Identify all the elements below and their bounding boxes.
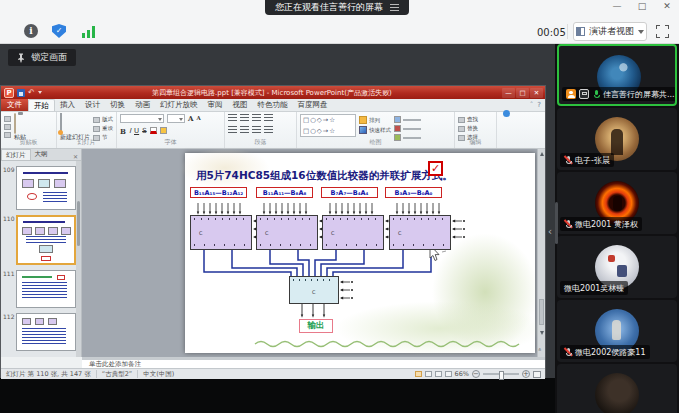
reset-button[interactable]: 重设 bbox=[93, 125, 113, 132]
italic-icon[interactable]: I bbox=[129, 127, 131, 136]
tab-slideshow[interactable]: 幻灯片放映 bbox=[155, 99, 203, 111]
tab-baidu-netdisk[interactable]: 百度网盘 bbox=[293, 99, 333, 111]
arrange-button[interactable]: 排列 bbox=[359, 116, 391, 124]
collapse-sidebar-handle[interactable] bbox=[545, 216, 555, 246]
thumbnail-preview-112[interactable] bbox=[16, 313, 76, 351]
strikethrough-icon[interactable]: S bbox=[142, 127, 146, 136]
numbering-icon[interactable] bbox=[240, 114, 249, 122]
shrink-font-icon[interactable]: A bbox=[196, 114, 200, 123]
security-shield-icon[interactable] bbox=[52, 24, 66, 38]
comparator-chip-4: C bbox=[389, 215, 451, 250]
font-color-icon[interactable] bbox=[150, 127, 157, 134]
shared-screen-region: 锁定画面 第四章组合逻辑电路.ppt [兼容模式] - Microsoft Po… bbox=[0, 44, 555, 413]
cut-icon[interactable] bbox=[4, 116, 11, 122]
thumbnail-preview-110[interactable] bbox=[16, 215, 76, 265]
participant-tile[interactable] bbox=[557, 364, 677, 413]
tab-transitions[interactable]: 切换 bbox=[105, 99, 130, 111]
close-button[interactable] bbox=[661, 1, 673, 11]
tab-outline[interactable]: 大纲 bbox=[31, 149, 52, 160]
paste-button[interactable]: 粘贴 bbox=[14, 114, 26, 140]
participant-tile[interactable]: 微电2001吴林臻 bbox=[557, 236, 677, 298]
shapes-gallery[interactable]: □○◇→☆□○◇→☆ bbox=[300, 114, 356, 137]
grow-font-icon[interactable]: A bbox=[188, 114, 193, 124]
comparator-chip-2: C bbox=[256, 215, 318, 250]
ppt-close-button[interactable] bbox=[530, 88, 543, 98]
fullscreen-button[interactable] bbox=[656, 25, 669, 38]
tab-design[interactable]: 设计 bbox=[80, 99, 105, 111]
quick-styles-button[interactable]: 快速样式 bbox=[359, 126, 391, 134]
copy-icon[interactable] bbox=[4, 124, 11, 130]
sidebar-scrollbar[interactable] bbox=[555, 202, 558, 244]
tab-insert[interactable]: 插入 bbox=[55, 99, 80, 111]
align-center-icon[interactable] bbox=[240, 126, 249, 134]
align-right-icon[interactable] bbox=[252, 126, 261, 134]
ppt-minimize-button[interactable] bbox=[502, 88, 515, 98]
new-slide-button[interactable]: 新建幻灯片 bbox=[60, 114, 90, 140]
indent-icon[interactable] bbox=[252, 114, 261, 122]
help-icon[interactable]: ? bbox=[537, 101, 541, 109]
thumbnail-item-selected[interactable]: 110 bbox=[3, 215, 76, 265]
font-name-dropdown[interactable] bbox=[120, 114, 164, 123]
next-slide-icon[interactable] bbox=[539, 346, 543, 353]
normal-view-icon[interactable] bbox=[415, 371, 422, 377]
thumbnail-preview-109[interactable] bbox=[16, 166, 76, 210]
find-button[interactable]: 查找 bbox=[458, 116, 493, 123]
powerpoint-icon[interactable] bbox=[4, 88, 14, 98]
zoom-in-icon[interactable]: + bbox=[522, 370, 530, 378]
slideshow-icon[interactable] bbox=[445, 371, 452, 377]
banner-menu-icon[interactable] bbox=[390, 4, 399, 11]
lock-view-button[interactable]: 锁定画面 bbox=[8, 49, 76, 66]
ppt-titlebar[interactable]: 第四章组合逻辑电路.ppt [兼容模式] - Microsoft PowerPo… bbox=[1, 86, 545, 99]
info-icon[interactable] bbox=[24, 24, 38, 38]
tab-view[interactable]: 视图 bbox=[228, 99, 253, 111]
tab-animations[interactable]: 动画 bbox=[130, 99, 155, 111]
slide-sorter-icon[interactable] bbox=[425, 371, 432, 377]
tab-slides[interactable]: 幻灯片 bbox=[1, 149, 31, 160]
columns-icon[interactable] bbox=[264, 126, 273, 134]
line-spacing-icon[interactable] bbox=[264, 114, 273, 122]
participant-tile-sharing[interactable]: 佳言善行的屏幕共... bbox=[557, 44, 677, 106]
ribbon-group-slides: 新建幻灯片 版式 重设 节 幻灯片 bbox=[57, 112, 117, 148]
close-panel-icon[interactable] bbox=[73, 153, 81, 160]
slide-canvas[interactable]: 用5片74HC85组成16位数值比较器的并联扩展方式。 ✓ B₁₅A₁₅—B₁₂… bbox=[185, 153, 535, 353]
zoom-out-icon[interactable]: − bbox=[472, 370, 480, 378]
bold-icon[interactable]: B bbox=[120, 127, 126, 137]
tab-home[interactable]: 开始 bbox=[28, 99, 55, 111]
participant-tile[interactable]: 电子-张晨 bbox=[557, 108, 677, 170]
highlight-color-icon[interactable] bbox=[160, 127, 167, 134]
thumbnail-item[interactable]: 109 bbox=[3, 166, 76, 210]
ribbon-collapse-icon[interactable]: ˆ bbox=[530, 101, 534, 109]
bullets-icon[interactable] bbox=[228, 114, 237, 122]
thumbnail-item[interactable]: 112 bbox=[3, 313, 76, 351]
underline-icon[interactable]: U bbox=[134, 127, 139, 136]
zoom-slider[interactable] bbox=[483, 373, 519, 375]
thumbnail-preview-111[interactable] bbox=[16, 270, 76, 308]
layout-button[interactable]: 版式 bbox=[93, 116, 113, 123]
thumbnail-scrollbar[interactable] bbox=[76, 161, 81, 357]
tab-features[interactable]: 特色功能 bbox=[253, 99, 293, 111]
slide-counter: 幻灯片 第 110 张, 共 147 张 bbox=[1, 370, 96, 379]
fit-to-window-icon[interactable] bbox=[533, 371, 541, 378]
circuit-diagram bbox=[185, 153, 535, 353]
minimize-button[interactable] bbox=[611, 1, 623, 11]
reading-view-icon[interactable] bbox=[435, 371, 442, 377]
align-left-icon[interactable] bbox=[228, 126, 237, 134]
scroll-up-icon[interactable] bbox=[540, 152, 544, 156]
tab-review[interactable]: 审阅 bbox=[203, 99, 228, 111]
replace-button[interactable]: 替换 bbox=[458, 125, 493, 132]
font-size-dropdown[interactable] bbox=[167, 114, 185, 123]
checkmark-box: ✓ bbox=[428, 161, 443, 176]
thumbnail-item[interactable]: 111 bbox=[3, 270, 76, 308]
network-signal-icon[interactable] bbox=[82, 24, 96, 38]
shape-outline-button[interactable] bbox=[394, 125, 421, 132]
maximize-button[interactable] bbox=[636, 1, 648, 11]
undo-icon[interactable] bbox=[28, 89, 35, 97]
ppt-maximize-button[interactable] bbox=[516, 88, 529, 98]
shape-fill-button[interactable] bbox=[394, 116, 421, 123]
notes-pane[interactable]: 单击此处添加备注 bbox=[82, 360, 545, 368]
save-icon[interactable] bbox=[17, 89, 25, 97]
participant-tile[interactable]: 微电2002侯路豪11 bbox=[557, 300, 677, 362]
tab-file[interactable]: 文件 bbox=[1, 99, 28, 111]
presenter-view-button[interactable]: 演讲者视图 bbox=[573, 22, 647, 41]
participant-tile[interactable]: 微电2001 黄泽权 bbox=[557, 172, 677, 234]
